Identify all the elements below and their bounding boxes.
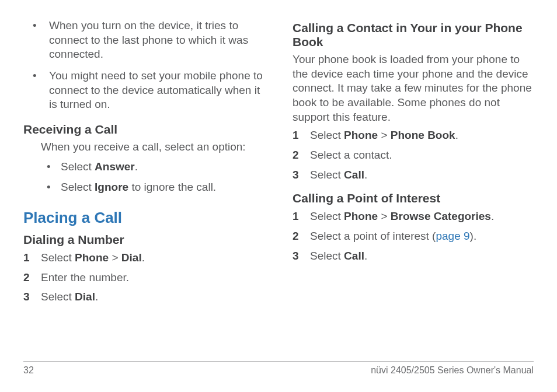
text: . — [142, 251, 145, 264]
bold-dial: Dial — [75, 290, 95, 303]
text: . — [95, 290, 98, 303]
right-column: Calling a Contact in Your in your Phone … — [293, 19, 534, 351]
phonebook-intro: Your phone book is loaded from your phon… — [293, 52, 534, 124]
dialing-steps: Select Phone > Dial. Enter the number. S… — [23, 250, 264, 304]
bold-phone: Phone — [75, 251, 109, 264]
step-3: Select Call. — [293, 167, 534, 183]
text: Select — [310, 129, 344, 141]
text: Select — [41, 290, 75, 303]
text: Select — [61, 160, 95, 173]
text: . — [364, 169, 367, 181]
heading-receiving-call: Receiving a Call — [23, 123, 264, 136]
text: . — [135, 160, 138, 173]
text: to ignore the call. — [128, 181, 216, 193]
left-column: When you turn on the device, it tries to… — [23, 19, 264, 351]
text: ). — [470, 230, 477, 242]
phonebook-steps: Select Phone > Phone Book. Select a cont… — [293, 128, 534, 182]
heading-dialing-number: Dialing a Number — [23, 233, 264, 247]
step-1: Select Phone > Browse Categories. — [293, 209, 534, 224]
text: . — [455, 129, 458, 141]
page-footer: 32 nüvi 2405/2505 Series Owner's Manual — [23, 361, 534, 376]
option-answer: Select Answer. — [41, 159, 264, 174]
text: Select — [310, 210, 344, 222]
bold-phone: Phone — [344, 129, 378, 141]
text: Select — [41, 251, 75, 264]
page-number: 32 — [23, 365, 34, 376]
text: > — [109, 251, 121, 264]
manual-title: nüvi 2405/2505 Series Owner's Manual — [371, 365, 534, 376]
receiving-intro: When you receive a call, select an optio… — [41, 140, 264, 155]
step-2: Select a point of interest (page 9). — [293, 229, 534, 244]
bullet-item: When you turn on the device, it tries to… — [23, 19, 264, 62]
option-ignore: Select Ignore to ignore the call. — [41, 180, 264, 195]
link-page-9[interactable]: page 9 — [436, 230, 469, 242]
bold-browse-categories: Browse Categories — [391, 210, 491, 222]
bold-phone-book: Phone Book — [391, 129, 455, 141]
heading-calling-poi: Calling a Point of Interest — [293, 191, 534, 205]
step-1: Select Phone > Dial. — [23, 250, 264, 265]
step-3: Select Call. — [293, 249, 534, 264]
step-2: Select a contact. — [293, 148, 534, 163]
receiving-options: Select Answer. Select Ignore to ignore t… — [41, 159, 264, 195]
heading-placing-call: Placing a Call — [23, 209, 264, 227]
heading-calling-contact: Calling a Contact in Your in your Phone … — [293, 21, 534, 49]
text: . — [364, 250, 367, 262]
bold-call: Call — [344, 250, 364, 262]
bold-phone: Phone — [344, 210, 378, 222]
step-1: Select Phone > Phone Book. — [293, 128, 534, 143]
text: > — [378, 129, 391, 141]
bold-dial: Dial — [121, 251, 142, 264]
poi-steps: Select Phone > Browse Categories. Select… — [293, 209, 534, 263]
text: . — [491, 210, 494, 222]
text: > — [378, 210, 391, 222]
step-3: Select Dial. — [23, 289, 264, 304]
bold-ignore: Ignore — [95, 181, 128, 193]
text: Select — [310, 169, 344, 181]
text: Select — [61, 181, 95, 193]
bold-call: Call — [344, 169, 364, 181]
bold-answer: Answer — [95, 160, 135, 173]
step-2: Enter the number. — [23, 270, 264, 285]
page-body: When you turn on the device, it tries to… — [23, 19, 534, 351]
bullet-item: You might need to set your mobile phone … — [23, 69, 264, 112]
text: Select a point of interest ( — [310, 230, 436, 242]
text: Select — [310, 250, 344, 262]
top-bullets: When you turn on the device, it tries to… — [23, 19, 264, 112]
